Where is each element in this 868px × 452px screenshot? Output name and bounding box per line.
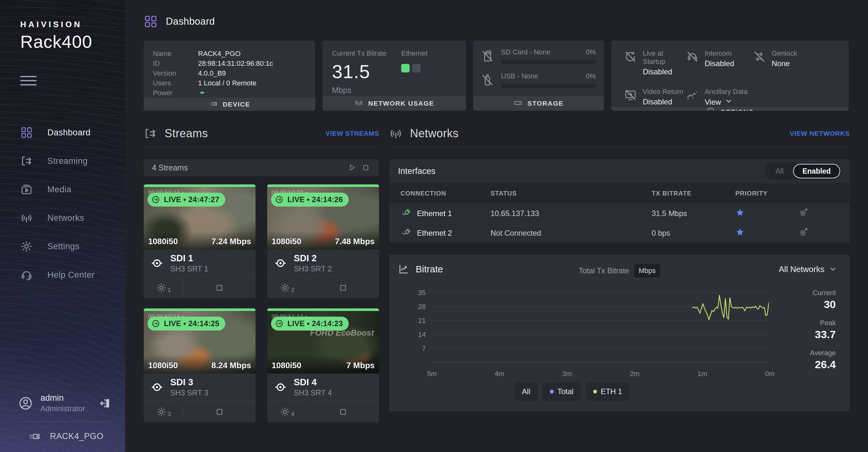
bitrate-panel: Bitrate Total Tx Bitrate Mbps All Networ… — [389, 255, 850, 412]
x-axis-tick: 5m — [427, 370, 437, 378]
column-header-connection: CONNECTION — [401, 190, 491, 197]
genlock-off-icon — [753, 50, 766, 63]
legend-total[interactable]: Total — [542, 383, 581, 401]
start-all-streams-button[interactable] — [345, 161, 359, 175]
stream-name: SDI 1 — [170, 253, 209, 263]
stream-tile-footer: 4 — [267, 401, 379, 422]
x-axis-tick: 4m — [495, 370, 504, 378]
stream-info: SDI 1 SH3 SRT 1 — [144, 250, 255, 277]
sidebar-item-settings[interactable]: Settings — [0, 232, 125, 261]
stop-all-streams-button[interactable] — [359, 161, 373, 175]
interface-settings-icon[interactable] — [799, 207, 850, 220]
ethernet-plug-icon — [401, 228, 411, 238]
interface-row: Ethernet 2 Not Connected 0 bps — [389, 223, 850, 243]
stream-bitrate: 8.24 Mbps — [211, 361, 251, 370]
live-badge: LIVE • 24:14:25 — [148, 317, 225, 331]
chevron-down-icon — [829, 265, 837, 273]
stream-name: SDI 2 — [294, 253, 332, 263]
stream-resolution: 1080i50 — [148, 236, 178, 246]
sidebar-item-help-center[interactable]: Help Center — [0, 261, 125, 289]
tx-bitrate-unit: Mbps — [332, 86, 386, 95]
interfaces-toggle-all[interactable]: All — [766, 167, 793, 175]
legend-all[interactable]: All — [514, 383, 538, 401]
brand-rack400: Rack400 — [20, 31, 125, 52]
stream-info: SDI 4 SH3 SRT 4 — [267, 373, 379, 401]
option-genlock: Genlock None — [753, 49, 849, 76]
live-at-startup-off-icon — [624, 50, 637, 63]
chart-legend: All Total ETH 1 — [389, 383, 755, 401]
live-badge: LIVE • 24:14:26 — [271, 193, 349, 206]
page-header: Dashboard — [144, 12, 850, 31]
streams-toolbar: 4 Streams — [144, 159, 379, 176]
user-row[interactable]: admin Administrator — [18, 393, 111, 413]
storage-card-footer[interactable]: STORAGE — [473, 96, 604, 111]
live-badge-text: LIVE • 24:14:23 — [287, 319, 343, 328]
legend-dot — [593, 390, 597, 394]
sidebar-device-name: RACK4_PGO — [50, 431, 103, 441]
unit-toggle-button[interactable]: Mbps — [634, 264, 660, 277]
options-card-footer[interactable]: OPTIONS — [611, 107, 849, 111]
tx-bitrate-value: 31.5 — [332, 61, 386, 83]
stream-stop-button[interactable] — [307, 401, 379, 422]
stream-settings-button[interactable]: 1 — [144, 277, 184, 298]
network-filter-dropdown[interactable]: All Networks — [779, 264, 837, 274]
device-icon — [28, 430, 40, 443]
stream-tile-footer: 3 — [144, 401, 255, 422]
sidebar-item-dashboard[interactable]: Dashboard — [0, 118, 125, 147]
interface-bitrate: 31.5 Mbps — [652, 209, 735, 218]
stream-live-icon — [151, 195, 160, 204]
stream-stop-button[interactable] — [184, 401, 255, 422]
sidebar: HAIVISION Rack400 Dashboard Streaming Me… — [0, 0, 125, 452]
priority-star-icon[interactable] — [735, 227, 799, 239]
stream-tile: 00:00:50:14 • LIVE • 24:47:27 1080i50 7.… — [144, 185, 255, 298]
legend-dot — [550, 390, 554, 394]
divider — [389, 147, 850, 147]
usb-off-icon — [481, 74, 494, 87]
view-networks-link[interactable]: VIEW NETWORKS — [790, 130, 850, 137]
streams-title: Streams — [164, 127, 326, 140]
stream-source: SH3 SRT 4 — [294, 389, 332, 397]
ethernet-port-indicators — [401, 64, 427, 73]
stream-channel-number: 1 — [167, 287, 171, 293]
stream-stop-button[interactable] — [184, 277, 255, 298]
summary-cards-row: Name RACK4_PGO ID 28:98:14:31:02:96:80:1… — [144, 40, 850, 111]
stream-tile: 00:00:50:02 • LIVE • 24:14:26 1080i50 7.… — [267, 185, 379, 298]
stream-source: SH3 SRT 1 — [170, 264, 209, 273]
interface-settings-icon[interactable] — [799, 227, 850, 239]
stream-thumbnail[interactable]: 00:00:50:02 • LIVE • 24:14:26 1080i50 7.… — [267, 187, 379, 250]
interfaces-toggle-enabled[interactable]: Enabled — [793, 164, 840, 178]
storage-footer-icon — [514, 98, 522, 109]
sdi-source-icon — [151, 257, 163, 270]
sidebar-item-media[interactable]: Media — [0, 175, 125, 204]
hamburger-menu-icon[interactable] — [20, 76, 37, 85]
logout-icon[interactable] — [98, 397, 111, 409]
stream-settings-button[interactable]: 3 — [144, 401, 184, 422]
y-axis-tick: 14 — [401, 331, 426, 339]
stream-settings-button[interactable]: 2 — [267, 277, 307, 298]
networks-icon — [389, 127, 402, 140]
live-badge: LIVE • 24:47:27 — [148, 193, 225, 206]
view-streams-link[interactable]: VIEW STREAMS — [326, 130, 379, 137]
legend-eth-1[interactable]: ETH 1 — [586, 383, 630, 401]
divider — [144, 147, 379, 147]
network-usage-card-footer[interactable]: NETWORK USAGE — [322, 96, 466, 111]
sidebar-item-streaming[interactable]: Streaming — [0, 147, 125, 175]
stream-thumbnail[interactable]: 00:00:50:13 • LIVE • 24:14:25 1080i50 8.… — [144, 311, 255, 373]
priority-star-icon[interactable] — [735, 208, 799, 219]
chevron-down-icon[interactable] — [725, 97, 733, 107]
stream-channel-number: 4 — [291, 411, 294, 418]
stream-settings-button[interactable]: 4 — [267, 401, 307, 422]
stream-thumbnail[interactable]: 00:00:51:14 • FORD EcoBoost LIVE • 24:14… — [267, 311, 379, 373]
sidebar-item-networks[interactable]: Networks — [0, 204, 125, 232]
stream-stop-button[interactable] — [307, 277, 379, 298]
stream-bitrate: 7 Mbps — [346, 361, 375, 370]
bitrate-chart: 3528211475m4m3m2m1m0m — [401, 290, 745, 385]
networks-title: Networks — [410, 127, 790, 140]
stream-tile: 00:00:50:13 • LIVE • 24:14:25 1080i50 8.… — [144, 308, 255, 422]
streams-section: Streams VIEW STREAMS 4 Streams 00:00:50:… — [144, 124, 379, 422]
stream-thumbnail[interactable]: 00:00:50:14 • LIVE • 24:47:27 1080i50 7.… — [144, 187, 255, 250]
sidebar-device-row[interactable]: RACK4_PGO — [18, 430, 111, 443]
device-card-footer[interactable]: DEVICE — [144, 98, 315, 111]
x-axis-tick: 2m — [630, 370, 640, 378]
user-role: Administrator — [40, 404, 98, 413]
